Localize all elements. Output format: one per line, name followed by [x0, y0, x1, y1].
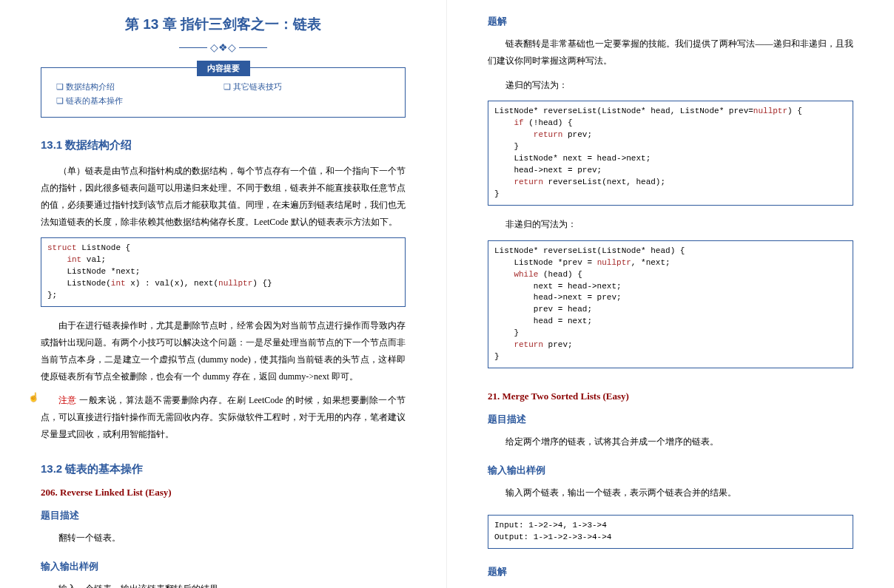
section-heading-13-1: 13.1 数据结构介绍 — [41, 138, 406, 152]
paragraph: 我们提供了递归和非递归，共两种写法。递归的写法为： — [488, 586, 853, 588]
toc-tag: 内容提要 — [197, 61, 250, 76]
toc-item[interactable]: 其它链表技巧 — [223, 81, 391, 92]
subheading-solution: 题解 — [488, 15, 853, 28]
toc-item[interactable]: 数据结构介绍 — [56, 81, 223, 92]
subheading-description: 题目描述 — [488, 413, 853, 426]
problem-title-21: 21. Merge Two Sorted Lists (Easy) — [488, 391, 853, 402]
paragraph: 输入一个链表，输出该链表翻转后的结果。 — [41, 581, 406, 588]
subheading-solution: 题解 — [488, 565, 853, 578]
paragraph: 链表翻转是非常基础也一定要掌握的技能。我们提供了两种写法——递归和非递归，且我们… — [488, 36, 853, 70]
code-reverse-recursive: ListNode* reverseList(ListNode* head, Li… — [488, 101, 853, 206]
toc-item[interactable]: 链表的基本操作 — [56, 95, 223, 107]
subheading-io: 输入输出样例 — [488, 464, 853, 477]
toc-box: 内容提要 数据结构介绍 链表的基本操作 其它链表技巧 — [41, 67, 406, 118]
code-reverse-iterative: ListNode* reverseList(ListNode* head) { … — [488, 240, 853, 368]
warning-icon: ☝ — [28, 392, 39, 403]
code-listnode-struct: struct ListNode { int val; ListNode *nex… — [41, 237, 406, 307]
problem-title-206: 206. Reverse Linked List (Easy) — [41, 487, 406, 499]
section-heading-13-2: 13.2 链表的基本操作 — [41, 462, 406, 476]
subheading-description: 题目描述 — [41, 509, 406, 522]
paragraph: 递归的写法为： — [488, 77, 853, 94]
paragraph: 输入两个链表，输出一个链表，表示两个链表合并的结果。 — [488, 484, 853, 501]
paragraph: （单）链表是由节点和指针构成的数据结构，每个节点存有一个值，和一个指向下一个节点… — [41, 163, 406, 230]
paragraph: 给定两个增序的链表，试将其合并成一个增序的链表。 — [488, 433, 853, 450]
paragraph: 非递归的写法为： — [488, 216, 853, 233]
chapter-decor: ◇❖◇ — [41, 41, 406, 54]
code-io-21: Input: 1->2->4, 1->3->4 Output: 1->1->2-… — [488, 515, 853, 549]
paragraph: 翻转一个链表。 — [41, 530, 406, 547]
subheading-io: 输入输出样例 — [41, 560, 406, 573]
page-left: 第 13 章 指针三剑客之一：链表 ◇❖◇ 内容提要 数据结构介绍 链表的基本操… — [0, 0, 447, 588]
chapter-title: 第 13 章 指针三剑客之一：链表 — [41, 15, 406, 34]
paragraph: 由于在进行链表操作时，尤其是删除节点时，经常会因为对当前节点进行操作而导致内存或… — [41, 317, 406, 385]
note-paragraph: 注意 一般来说，算法题不需要删除内存。在刷 LeetCode 的时候，如果想要删… — [41, 392, 406, 442]
page-right: 题解 链表翻转是非常基础也一定要掌握的技能。我们提供了两种写法——递归和非递归，… — [447, 0, 894, 588]
